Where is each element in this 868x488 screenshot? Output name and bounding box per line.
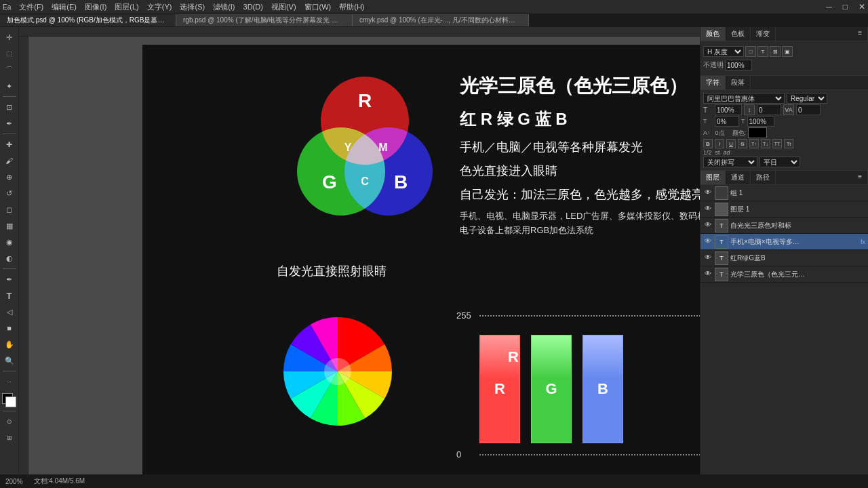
tab-1[interactable]: 加色模式.psd @ 100% (RGB/加色模式，RGB是基于灯光的，在用时上… (0, 14, 176, 26)
eraser-tool[interactable]: ◻ (2, 202, 17, 217)
history-tool[interactable]: ↺ (2, 186, 17, 201)
metrics-icon[interactable]: VA (783, 104, 794, 115)
strikethrough-btn[interactable]: S (738, 139, 747, 148)
move-tool[interactable]: ✛ (2, 30, 17, 45)
path-tool[interactable]: ◁ (2, 304, 17, 319)
eyedropper-tool[interactable]: ✒ (2, 116, 17, 131)
dodge-tool[interactable]: ◐ (2, 251, 17, 266)
text-color-swatch[interactable] (748, 127, 767, 138)
menu-window[interactable]: 窗口(W) (304, 2, 332, 12)
layer-item-1[interactable]: 👁 图层 1 (701, 201, 868, 218)
menu-filter[interactable]: 滤镜(I) (213, 2, 235, 12)
tab-3[interactable]: cmyk.psd @ 100% (在岸光-..., 凡/不同数的心材料，数材有看… (353, 14, 529, 26)
canvas: R G B Y M C 自发光直接照射眼睛 (142, 45, 700, 474)
layer-item-group[interactable]: 👁 组 1 (701, 185, 868, 201)
menu-text[interactable]: 文字(Y) (147, 2, 172, 12)
layer-item-text1[interactable]: 👁 T 自光光三原色对和标 (701, 218, 868, 234)
layer-eye-icon[interactable]: 👁 (703, 237, 713, 247)
menu-edit[interactable]: 编辑(E) (52, 2, 77, 12)
tool-separator-1 (3, 96, 16, 97)
shape-tool[interactable]: ■ (2, 321, 17, 336)
menu-image[interactable]: 图像(I) (85, 2, 106, 12)
bold-btn[interactable]: B (703, 139, 713, 148)
opacity-input[interactable] (725, 60, 752, 70)
tab-paragraph[interactable]: 段落 (726, 76, 751, 89)
gradient-tool[interactable]: ▦ (2, 218, 17, 233)
pen-tool[interactable]: ✒ (2, 272, 17, 287)
menu-layer[interactable]: 图层(L) (115, 2, 138, 12)
window-maximize[interactable]: □ (843, 2, 848, 12)
zoom-tool[interactable]: 🔍 (2, 353, 17, 368)
self-emit-label: 自发光直接照射眼睛 (277, 263, 387, 279)
color-model-select[interactable]: H 灰度 RGB (703, 46, 744, 57)
b-label-inner: B (597, 380, 608, 398)
tab-channels[interactable]: 通道 (726, 171, 751, 184)
leading-icon[interactable]: ↕ (744, 104, 755, 115)
baseline-value: 0点 (715, 129, 725, 138)
layer-item-text3[interactable]: 👁 T 红R绿G蓝B (701, 250, 868, 266)
color-btn-2[interactable]: T (757, 46, 768, 57)
screen-mode[interactable]: ⊞ (2, 430, 17, 445)
layer-eye-icon[interactable]: 👁 (703, 205, 713, 214)
foreground-color[interactable] (2, 393, 17, 408)
select-tool[interactable]: ⬚ (2, 46, 17, 61)
font-style-select[interactable]: Regular (787, 93, 827, 104)
brush-tool[interactable]: 🖌 (2, 153, 17, 168)
bar-chart: 255 R R G (456, 310, 700, 460)
tab-layers[interactable]: 图层 (701, 171, 726, 184)
panel-top-tabs: 颜色 色板 渐变 ≡ (701, 27, 868, 41)
zoom-level[interactable]: 200% (5, 478, 23, 485)
tab-color[interactable]: 颜色 (701, 27, 726, 41)
color-btn-4[interactable]: ▣ (782, 46, 793, 57)
smallcaps-btn[interactable]: Tt (784, 139, 793, 148)
opacity-label: 不透明 (703, 60, 724, 70)
layer-eye-icon[interactable]: 👁 (703, 253, 713, 263)
hand-tool[interactable]: ✋ (2, 337, 17, 352)
layer-eye-icon[interactable]: 👁 (703, 270, 713, 279)
lang-select[interactable]: 关闭拼写 (703, 157, 757, 167)
menu-view[interactable]: 视图(V) (271, 2, 296, 12)
layer-item-text4[interactable]: 👁 T 光学三原色（色光三元… (701, 266, 868, 283)
description: 手机、电视、电脑显示器，LED广告屏、多媒体投影仪、数码相机和扫描仪等凡是色光产… (460, 209, 700, 238)
blur-tool[interactable]: ◉ (2, 235, 17, 249)
layer-eye-icon[interactable]: 👁 (703, 221, 713, 230)
crop-tool[interactable]: ⊡ (2, 100, 17, 115)
layer-eye-icon[interactable]: 👁 (703, 188, 713, 198)
menu-3d[interactable]: 3D(D) (243, 3, 263, 11)
color-btn-3[interactable]: ⊠ (770, 46, 781, 57)
tab-gradient[interactable]: 渐变 (751, 27, 776, 41)
underline-btn[interactable]: U (726, 139, 736, 148)
tab-paths[interactable]: 路径 (751, 171, 776, 184)
superscript-btn[interactable]: T↑ (749, 139, 759, 148)
tab-swatches[interactable]: 色板 (726, 27, 751, 41)
text-tool[interactable]: T (2, 288, 17, 303)
menu-select[interactable]: 选择(S) (180, 2, 205, 12)
font-select[interactable]: 阿里巴巴普惠体 (703, 93, 785, 104)
menu-item[interactable]: Ea (3, 3, 11, 11)
more-tools[interactable]: ··· (2, 374, 17, 389)
collapse-panel[interactable]: ≡ (852, 27, 868, 41)
stamp-tool[interactable]: ⊕ (2, 169, 17, 184)
lasso-tool[interactable]: ⌒ (2, 62, 17, 77)
color-btn-1[interactable]: □ (745, 46, 756, 57)
heal-tool[interactable]: ✚ (2, 137, 17, 152)
caps-btn[interactable]: TT (772, 139, 782, 148)
font-size-input[interactable] (715, 104, 742, 115)
quick-mask[interactable]: ⊙ (2, 414, 17, 429)
tab-2[interactable]: rgb.psd @ 100% (了解/电脑/电视等分件屏幕发光 光色直接进入眼睛… (176, 14, 353, 26)
metrics-input[interactable] (796, 104, 821, 115)
window-minimize[interactable]: ─ (826, 2, 832, 12)
leading-input[interactable] (757, 104, 781, 115)
menu-file[interactable]: 文件(F) (19, 2, 43, 12)
v-scale-input[interactable] (747, 116, 774, 127)
italic-btn[interactable]: I (715, 139, 724, 148)
window-close[interactable]: ✕ (859, 2, 865, 12)
h-scale-input[interactable] (715, 116, 739, 127)
wand-tool[interactable]: ✦ (2, 79, 17, 94)
menu-help[interactable]: 帮助(H) (339, 2, 364, 12)
tab-character[interactable]: 字符 (701, 76, 726, 89)
layer-menu[interactable]: ≡ (852, 171, 868, 184)
hyphen-select[interactable]: 平日 (760, 157, 800, 167)
layer-item-text2[interactable]: 👁 T 手机×电脑×电视等多… fx (701, 234, 868, 250)
subscript-btn[interactable]: T↓ (761, 139, 770, 148)
